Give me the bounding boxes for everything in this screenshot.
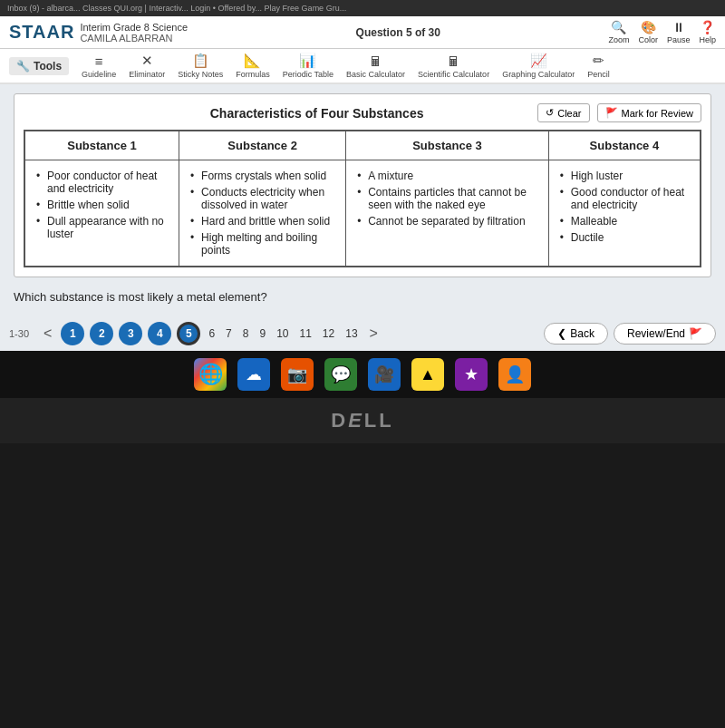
zoom-tool[interactable]: 🔍 Zoom xyxy=(608,20,629,44)
chrome-icon[interactable]: 🌐 xyxy=(194,358,227,391)
drive-icon[interactable]: ▲ xyxy=(411,358,444,391)
substance2-cell: Forms crystals when solid Conducts elect… xyxy=(179,160,346,267)
nav-number-7[interactable]: 7 xyxy=(223,327,235,340)
review-end-button[interactable]: Review/End 🚩 xyxy=(614,323,716,345)
list-item: Malleable xyxy=(558,213,691,229)
col-substance2: Substance 2 xyxy=(179,131,346,160)
nav-number-11[interactable]: 11 xyxy=(296,327,314,340)
back-button[interactable]: ❮ Back xyxy=(544,323,608,345)
nav-number-4[interactable]: 4 xyxy=(148,322,171,345)
cloud-icon[interactable]: ☁ xyxy=(237,358,270,391)
clear-button[interactable]: ↺ Clear xyxy=(537,103,589,122)
table-header-buttons: ↺ Clear 🚩 Mark for Review xyxy=(537,103,701,122)
nav-number-3[interactable]: 3 xyxy=(119,322,142,345)
pause-label: Pause xyxy=(667,35,691,44)
guideline-label: Guideline xyxy=(82,70,116,79)
substance1-cell: Poor conductor of heat and electricity B… xyxy=(24,160,179,267)
navigation-bar: 1-30 < 1 2 3 4 5 6 7 8 9 10 11 12 13 > ❮… xyxy=(0,316,725,351)
list-item: A mixture xyxy=(355,168,539,184)
eliminator-label: Eliminator xyxy=(129,70,165,79)
characteristics-table: Substance 1 Substance 2 Substance 3 Subs… xyxy=(24,130,701,267)
formulas-icon: 📐 xyxy=(244,53,261,69)
pencil-tool[interactable]: ✏ Pencil xyxy=(587,53,610,79)
pause-icon: ⏸ xyxy=(672,20,685,34)
clear-label: Clear xyxy=(557,108,581,119)
col-substance4: Substance 4 xyxy=(548,131,701,160)
mark-review-label: Mark for Review xyxy=(622,108,693,119)
substance3-cell: A mixture Contains particles that cannot… xyxy=(346,160,549,267)
col-substance1: Substance 1 xyxy=(24,131,179,160)
list-item: Dull appearance with no luster xyxy=(34,213,169,242)
laptop-bottom: DELL xyxy=(0,398,725,443)
header-subtitle: Interim Grade 8 Science xyxy=(80,22,188,33)
next-arrow[interactable]: > xyxy=(366,324,382,344)
chat-icon[interactable]: 💬 xyxy=(324,358,357,391)
table-header-row: Characteristics of Four Substances ↺ Cle… xyxy=(24,103,701,122)
taskbar: 🌐 ☁ 📷 💬 🎥 ▲ ★ 👤 xyxy=(0,351,725,398)
formulas-tool[interactable]: 📐 Formulas xyxy=(236,53,270,79)
pause-tool[interactable]: ⏸ Pause xyxy=(667,20,691,44)
video-icon[interactable]: 🎥 xyxy=(368,358,401,391)
guideline-tool[interactable]: ≡ Guideline xyxy=(82,53,116,79)
flag-icon: 🚩 xyxy=(605,107,618,119)
header-tools: 🔍 Zoom 🎨 Color ⏸ Pause ❓ Help xyxy=(608,20,716,44)
pencil-icon: ✏ xyxy=(593,53,604,69)
staar-header: STAAR Interim Grade 8 Science CAMILA ALB… xyxy=(0,16,725,49)
nav-number-2[interactable]: 2 xyxy=(90,322,113,345)
sticky-notes-icon: 📋 xyxy=(192,53,209,69)
color-label: Color xyxy=(638,35,658,44)
header-name: CAMILA ALBARRAN xyxy=(80,33,188,44)
basic-calc-tool[interactable]: 🖩 Basic Calculator xyxy=(346,53,405,79)
dell-logo: DELL xyxy=(331,409,393,432)
table-title: Characteristics of Four Substances xyxy=(96,106,537,121)
sticky-notes-tool[interactable]: 📋 Sticky Notes xyxy=(178,53,223,79)
nav-number-12[interactable]: 12 xyxy=(320,327,337,340)
header-question: Question 5 of 30 xyxy=(356,26,440,39)
basic-calc-icon: 🖩 xyxy=(369,53,382,69)
color-icon: 🎨 xyxy=(641,20,656,34)
table-row: Poor conductor of heat and electricity B… xyxy=(24,160,701,267)
graphing-calc-label: Graphing Calculator xyxy=(502,70,575,79)
color-tool[interactable]: 🎨 Color xyxy=(638,20,658,44)
nav-number-5-active[interactable]: 5 xyxy=(177,322,200,345)
list-item: Good conductor of heat and electricity xyxy=(558,184,691,213)
basic-calc-label: Basic Calculator xyxy=(346,70,405,79)
list-item: Ductile xyxy=(558,229,691,246)
list-item: Contains particles that cannot be seen w… xyxy=(355,184,539,213)
nav-number-9[interactable]: 9 xyxy=(256,327,268,340)
clear-icon: ↺ xyxy=(546,107,554,119)
eliminator-tool[interactable]: ✕ Eliminator xyxy=(129,53,165,79)
app-icon[interactable]: ★ xyxy=(455,358,488,391)
question-text: Which substance is most likely a metal e… xyxy=(14,286,711,307)
user-icon[interactable]: 👤 xyxy=(498,358,531,391)
periodic-table-tool[interactable]: 📊 Periodic Table xyxy=(283,53,334,79)
zoom-icon: 🔍 xyxy=(611,20,626,34)
eliminator-icon: ✕ xyxy=(141,53,153,69)
scientific-calc-icon: 🖩 xyxy=(447,53,460,69)
nav-number-8[interactable]: 8 xyxy=(240,327,252,340)
scientific-calc-label: Scientific Calculator xyxy=(418,70,489,79)
list-item: Brittle when solid xyxy=(34,197,169,213)
tools-button[interactable]: 🔧 Tools xyxy=(9,57,69,75)
mark-review-button[interactable]: 🚩 Mark for Review xyxy=(597,103,701,122)
graphing-calc-tool[interactable]: 📈 Graphing Calculator xyxy=(502,53,575,79)
help-tool[interactable]: ❓ Help xyxy=(699,20,716,44)
prev-arrow[interactable]: < xyxy=(40,324,55,344)
table-section: Characteristics of Four Substances ↺ Cle… xyxy=(14,93,711,277)
nav-number-13[interactable]: 13 xyxy=(343,327,360,340)
help-icon: ❓ xyxy=(700,20,715,34)
nav-number-10[interactable]: 10 xyxy=(274,327,291,340)
col-substance3: Substance 3 xyxy=(346,131,549,160)
scientific-calc-tool[interactable]: 🖩 Scientific Calculator xyxy=(418,53,489,79)
guideline-icon: ≡ xyxy=(95,53,103,69)
periodic-table-icon: 📊 xyxy=(299,53,316,69)
nav-number-1[interactable]: 1 xyxy=(61,322,84,345)
substance1-list: Poor conductor of heat and electricity B… xyxy=(34,168,169,242)
camera-icon[interactable]: 📷 xyxy=(281,358,314,391)
flag-end-icon: 🚩 xyxy=(689,327,702,340)
list-item: Poor conductor of heat and electricity xyxy=(34,168,169,197)
nav-number-6[interactable]: 6 xyxy=(206,327,218,340)
zoom-label: Zoom xyxy=(608,35,629,44)
list-item: Cannot be separated by filtration xyxy=(355,213,539,229)
nav-range: 1-30 xyxy=(9,328,29,339)
